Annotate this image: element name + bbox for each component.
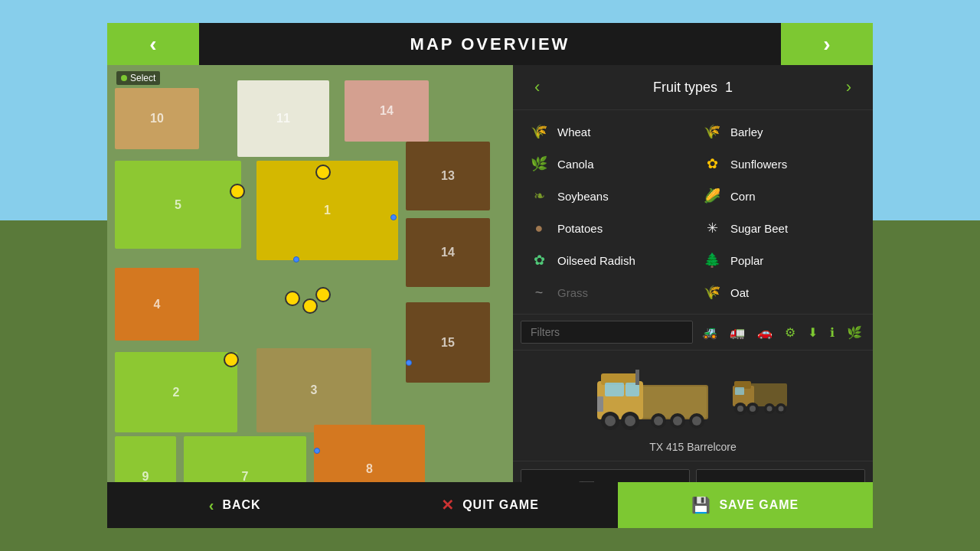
- fruit-item-corn[interactable]: 🌽Corn: [694, 181, 865, 211]
- field-9[interactable]: 9: [115, 436, 176, 482]
- filters-row: 🚜 🚛 🚗 ⚙ ⬇ ℹ 🌿: [513, 315, 873, 350]
- filter-download-icon[interactable]: ⬇: [805, 322, 821, 343]
- field-13[interactable]: 13: [406, 142, 490, 210]
- map-marker-4: [224, 352, 239, 367]
- field-11[interactable]: 11: [237, 80, 329, 157]
- vehicle-side-image: [731, 372, 792, 421]
- fruit-item-wheat[interactable]: 🌾Wheat: [521, 116, 692, 147]
- back-label: BACK: [222, 498, 260, 512]
- fruit-name-oat: Oat: [730, 286, 749, 299]
- map-marker-2: [302, 298, 318, 314]
- map-marker-0: [230, 184, 245, 199]
- fruit-name-canola: Canola: [557, 158, 594, 171]
- vehicle-display: [521, 358, 865, 435]
- header: ‹ MAP OVERVIEW ›: [107, 23, 873, 65]
- filter-gear-icon[interactable]: ⚙: [782, 322, 799, 343]
- fruit-icon-barley: 🌾: [701, 121, 723, 142]
- fruit-icon-oilseed_radish: ✿: [528, 249, 550, 271]
- field-14[interactable]: 14: [345, 80, 429, 142]
- fruit-icon-potatoes: ●: [528, 217, 550, 239]
- field-8[interactable]: 8: [314, 425, 425, 482]
- svg-rect-1: [641, 386, 707, 418]
- main-dialog: ‹ MAP OVERVIEW › Select 1011145113144231…: [107, 23, 873, 528]
- fruit-name-oilseed_radish: Oilseed Radish: [557, 254, 635, 267]
- save-button[interactable]: 💾 SAVE GAME: [618, 482, 873, 528]
- fruit-item-sugar_beet[interactable]: ✳Sugar Beet: [694, 213, 865, 243]
- fruit-item-sunflowers[interactable]: ✿Sunflowers: [694, 148, 865, 179]
- map-area: Select 10111451131442315978: [107, 65, 513, 482]
- fruit-icon-grass: ~: [528, 282, 550, 303]
- fruit-item-poplar[interactable]: 🌲Poplar: [694, 245, 865, 276]
- svg-point-29: [779, 406, 784, 412]
- back-button[interactable]: ‹ BACK: [107, 482, 362, 528]
- field-5[interactable]: 5: [115, 161, 241, 249]
- filters-input[interactable]: [521, 321, 693, 344]
- field-3[interactable]: 3: [256, 348, 371, 432]
- fruit-name-sugar_beet: Sugar Beet: [730, 222, 788, 235]
- fruit-name-grass: Grass: [557, 286, 588, 299]
- fruit-item-oat[interactable]: 🌾Oat: [694, 277, 865, 308]
- fruit-item-grass[interactable]: ~Grass: [521, 277, 692, 308]
- fruit-prev-button[interactable]: ‹: [528, 74, 546, 100]
- fruit-name-poplar: Poplar: [730, 254, 763, 267]
- filter-vehicle-icon[interactable]: 🚗: [754, 322, 776, 343]
- map-marker-6: [390, 214, 397, 220]
- fruit-name-soybeans: Soybeans: [557, 190, 609, 203]
- map-marker-7: [293, 256, 299, 262]
- prev-button[interactable]: ‹: [107, 23, 199, 65]
- map-inner: Select 10111451131442315978: [107, 65, 513, 482]
- quit-icon: ✕: [441, 496, 455, 514]
- field-4[interactable]: 4: [115, 268, 199, 341]
- back-icon: ‹: [209, 497, 215, 514]
- vehicle-name: TX 415 Barrelcore: [649, 441, 737, 453]
- fruit-name-barley: Barley: [730, 126, 763, 139]
- fruit-types-header: ‹ Fruit types 1 ›: [513, 65, 873, 110]
- fruit-types-title: Fruit types 1: [653, 80, 733, 96]
- fruit-icon-canola: 🌿: [528, 153, 550, 174]
- svg-rect-21: [735, 387, 744, 395]
- filter-truck-icon[interactable]: 🚛: [727, 322, 748, 343]
- next-button[interactable]: ›: [781, 23, 873, 65]
- map-marker-9: [314, 448, 320, 454]
- field-14[interactable]: 14: [406, 218, 490, 287]
- filter-info-icon[interactable]: ℹ: [827, 322, 838, 343]
- fruit-item-soybeans[interactable]: ❧Soybeans: [521, 181, 692, 211]
- svg-point-7: [605, 416, 616, 426]
- filter-leaf-icon[interactable]: 🌿: [844, 322, 865, 343]
- field-7[interactable]: 7: [184, 436, 306, 482]
- svg-rect-17: [597, 396, 603, 412]
- fruit-icon-corn: 🌽: [701, 185, 723, 207]
- fruit-icon-oat: 🌾: [701, 282, 723, 303]
- vehicle-area: TX 415 Barrelcore: [513, 350, 873, 461]
- svg-point-15: [692, 416, 701, 425]
- map-marker-1: [285, 291, 300, 306]
- filter-tractor-icon[interactable]: 🚜: [699, 322, 720, 343]
- fruit-icon-sugar_beet: ✳: [701, 217, 723, 239]
- fruit-icon-poplar: 🌲: [701, 249, 723, 271]
- select-indicator: [121, 75, 127, 81]
- save-label: SAVE GAME: [719, 498, 799, 512]
- select-text: Select: [130, 73, 155, 83]
- svg-point-25: [750, 406, 756, 412]
- svg-point-9: [625, 416, 635, 426]
- fruit-name-corn: Corn: [730, 190, 756, 203]
- map-marker-8: [406, 360, 412, 366]
- field-10[interactable]: 10: [115, 88, 199, 149]
- svg-rect-18: [750, 383, 787, 406]
- fruit-next-button[interactable]: ›: [840, 74, 858, 100]
- map-overview-title: MAP OVERVIEW: [199, 34, 781, 54]
- fruit-name-sunflowers: Sunflowers: [730, 158, 787, 171]
- svg-rect-16: [635, 370, 639, 385]
- save-icon: 💾: [691, 496, 711, 514]
- content-area: Select 10111451131442315978 ‹ Fruit type…: [107, 65, 873, 482]
- svg-point-11: [654, 416, 663, 425]
- fruit-item-oilseed_radish[interactable]: ✿Oilseed Radish: [521, 245, 692, 276]
- quit-button[interactable]: ✕ QUIT GAME: [362, 482, 617, 528]
- field-15[interactable]: 15: [406, 302, 490, 383]
- map-marker-5: [315, 165, 331, 180]
- field-2[interactable]: 2: [115, 352, 237, 432]
- fruit-item-canola[interactable]: 🌿Canola: [521, 148, 692, 179]
- fruit-item-barley[interactable]: 🌾Barley: [694, 116, 865, 147]
- fruit-item-potatoes[interactable]: ●Potatoes: [521, 213, 692, 243]
- map-marker-3: [315, 287, 331, 302]
